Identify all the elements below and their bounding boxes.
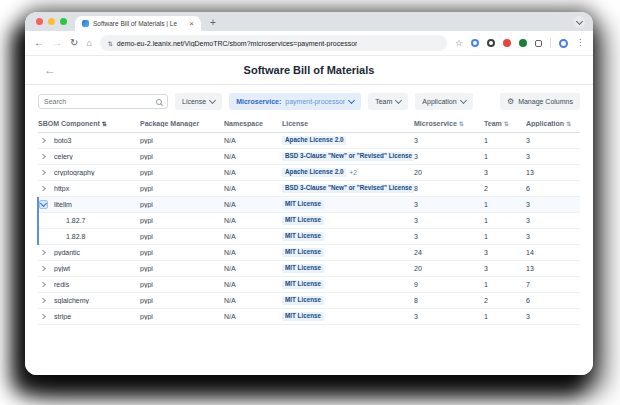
home-button[interactable]: ⌂ [86,39,91,48]
license-cell: MIT License [282,232,414,242]
license-badge[interactable]: MIT License [282,312,324,322]
table-row[interactable]: litellm pypi N/A MIT License 3 1 3 [38,197,580,213]
sort-icon[interactable]: ⇅ [102,121,106,127]
table-row[interactable]: celery pypi N/A BSD 3-Clause "New" or "R… [38,149,580,165]
extension-icon[interactable] [519,39,527,47]
license-badge[interactable]: MIT License [282,280,324,290]
application-filter-label: Application [422,98,456,105]
close-window-button[interactable] [36,18,43,25]
manage-columns-button[interactable]: ⚙ Manage Columns [500,93,580,110]
team-count: 1 [484,217,526,224]
table-row[interactable]: redis pypi N/A MIT License 9 1 7 [38,277,580,293]
license-badge[interactable]: Apache License 2.0 [282,168,346,178]
column-header-label: Package Manager [140,120,199,127]
row-expander[interactable] [38,282,54,287]
license-badge[interactable]: MIT License [282,296,324,306]
row-expander[interactable] [38,266,54,271]
application-count: 3 [526,201,580,208]
browser-tab[interactable]: Software Bill of Materials | Le × [75,16,201,31]
chevron-right-icon [39,186,45,191]
license-badge[interactable]: MIT License [282,248,324,258]
back-button[interactable]: ← [34,38,44,48]
table-row[interactable]: sqlalchemy pypi N/A MIT License 8 2 6 [38,293,580,309]
license-badge[interactable]: MIT License [282,232,324,242]
license-cell: MIT License [282,248,414,258]
tab-list-button[interactable] [573,16,585,28]
extension-icon[interactable] [503,39,511,47]
sort-icon[interactable]: ⇅ [504,121,508,127]
tab-title: Software Bill of Materials | Le [93,20,185,27]
microservice-filter[interactable]: Microservice: payment-processor [229,93,361,110]
row-expander[interactable] [38,170,54,175]
license-filter[interactable]: License [175,93,222,110]
search-box[interactable] [38,94,168,109]
package-manager-value: pypi [140,265,224,272]
url-text: demo-eu-2.leanix.net/VigDemoTRC/sbom?mic… [117,40,358,47]
site-settings-icon[interactable]: ⇅ [108,40,112,47]
namespace-value: N/A [224,201,282,208]
table-row[interactable]: stripe pypi N/A MIT License 3 1 3 [38,309,580,325]
table-row[interactable]: boto3 pypi N/A Apache License 2.0 3 1 3 [38,133,580,149]
forward-button[interactable]: → [52,38,62,48]
application-filter[interactable]: Application [415,93,472,110]
search-input[interactable] [44,98,156,105]
minimize-window-button[interactable] [48,18,55,25]
license-badge[interactable]: MIT License [282,216,324,226]
package-manager-value: pypi [140,313,224,320]
collapse-toggle[interactable] [39,200,48,209]
table-row[interactable]: pydantic pypi N/A MIT License 24 3 14 [38,245,580,261]
component-name: redis [54,281,140,288]
table-row[interactable]: 1.82.7 pypi N/A MIT License 3 1 3 [38,213,580,229]
microservice-count: 3 [414,313,484,320]
chevron-down-icon [348,97,355,104]
license-badge[interactable]: BSD 3-Clause "New" or "Revised" License [282,152,414,162]
column-header[interactable]: Team⇅ [484,120,526,127]
row-expander[interactable] [38,138,54,143]
license-badge[interactable]: Apache License 2.0 [282,136,346,146]
application-count: 3 [526,137,580,144]
new-tab-button[interactable]: + [210,18,216,28]
close-tab-icon[interactable]: × [189,20,194,28]
sort-icon[interactable]: ⇅ [566,121,570,127]
page-back-arrow-icon[interactable]: ← [44,64,56,76]
namespace-value: N/A [224,137,282,144]
microservice-count: 24 [414,249,484,256]
table-row[interactable]: cryptography pypi N/A Apache License 2.0… [38,165,580,181]
license-badge[interactable]: BSD 3-Clause "New" or "Revised" License [282,184,414,194]
row-expander[interactable] [38,154,54,159]
bookmark-star-icon[interactable]: ☆ [455,39,463,48]
profile-avatar[interactable] [559,39,568,48]
address-bar[interactable]: ⇅ demo-eu-2.leanix.net/VigDemoTRC/sbom?m… [100,35,447,51]
column-header[interactable]: Application⇅ [526,120,580,127]
package-manager-value: pypi [140,249,224,256]
chevron-down-icon [460,97,467,104]
reload-button[interactable]: ↻ [70,38,78,48]
package-manager-value: pypi [140,185,224,192]
column-header[interactable]: SBOM Component⇅ [38,120,140,127]
application-count: 3 [526,153,580,160]
column-header: License [282,120,414,127]
table-row[interactable]: pyjwt pypi N/A MIT License 20 3 13 [38,261,580,277]
browser-menu-icon[interactable]: ⋮ [576,39,584,47]
table-row[interactable]: 1.82.8 pypi N/A MIT License 3 1 3 [38,229,580,245]
namespace-value: N/A [224,153,282,160]
license-badge[interactable]: MIT License [282,264,324,274]
column-header[interactable]: Microservice⇅ [414,120,484,127]
component-name: httpx [54,185,140,192]
row-expander[interactable] [38,186,54,191]
maximize-window-button[interactable] [60,18,67,25]
license-badge[interactable]: MIT License [282,200,324,210]
table-row[interactable]: httpx pypi N/A BSD 3-Clause "New" or "Re… [38,181,580,197]
sort-icon[interactable]: ⇅ [459,121,463,127]
chevron-right-icon [39,138,45,143]
row-expander[interactable] [38,314,54,319]
extension-icon[interactable] [471,39,479,47]
row-expander[interactable] [38,200,54,209]
row-expander[interactable] [38,298,54,303]
package-manager-value: pypi [140,233,224,240]
license-more-link[interactable]: +2 [349,169,356,176]
extension-icon[interactable] [487,39,495,47]
row-expander[interactable] [38,250,54,255]
extensions-puzzle-icon[interactable] [535,40,542,47]
team-filter[interactable]: Team [368,93,408,110]
